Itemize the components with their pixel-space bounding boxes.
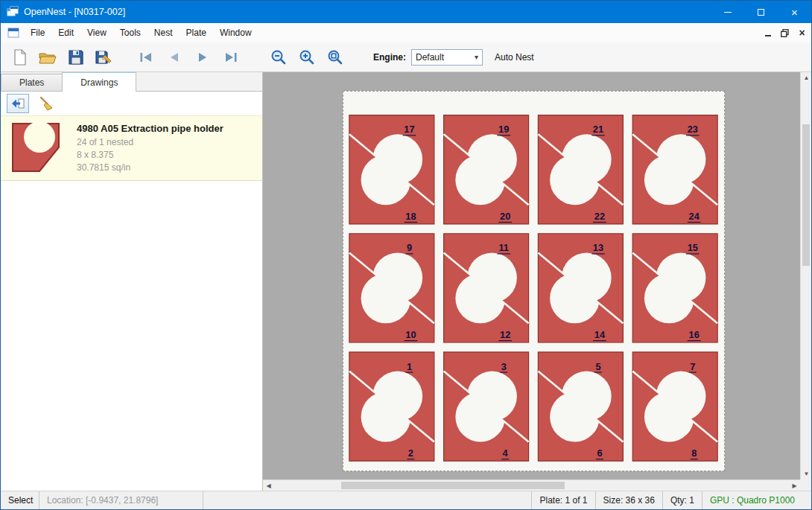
title-bar: OpenNest - [N0317-002] × (1, 1, 811, 23)
clean-button[interactable] (35, 94, 57, 113)
previous-plate-button[interactable] (162, 45, 187, 69)
nest-pair[interactable]: 1516 (632, 234, 717, 342)
scroll-right-icon[interactable]: ▶ (789, 480, 800, 491)
zoom-in-button[interactable] (294, 45, 320, 69)
scroll-up-icon[interactable]: ▲ (801, 72, 811, 83)
zoom-fit-button[interactable] (323, 45, 348, 69)
close-button[interactable]: × (778, 1, 811, 23)
mdi-minimize-button[interactable] (760, 26, 775, 40)
main-toolbar: Engine: Default ▾ Auto Nest (1, 42, 811, 72)
part-number-label: 15 (688, 242, 698, 253)
part-number-label: 11 (498, 242, 508, 253)
part-number-label: 22 (594, 211, 605, 222)
drawing-title: 4980 A05 Extraction pipe holder (77, 122, 223, 135)
menu-nest[interactable]: Nest (148, 25, 180, 41)
last-plate-button[interactable] (218, 45, 244, 69)
part-number-label: 2 (408, 447, 413, 459)
drawing-list-empty-area (1, 181, 262, 491)
mdi-restore-button[interactable] (777, 26, 793, 40)
status-plate-count: Plate: 1 of 1 (531, 491, 594, 509)
scroll-down-icon[interactable]: ▼ (801, 468, 811, 479)
part-number-label: 7 (690, 361, 695, 372)
menu-window[interactable]: Window (213, 25, 258, 41)
part-number-label: 23 (688, 124, 698, 135)
part-number-label: 18 (405, 211, 416, 222)
open-file-button[interactable] (35, 45, 60, 69)
engine-dropdown[interactable]: Default ▾ (411, 49, 483, 66)
vertical-scrollbar[interactable]: ▲ ▼ (800, 72, 811, 479)
nest-pair[interactable]: 1718 (349, 115, 434, 224)
status-mode: Select (1, 491, 39, 509)
menu-bar: File Edit View Tools Nest Plate Window × (1, 23, 811, 42)
scroll-left-icon[interactable]: ◀ (263, 480, 274, 491)
part-number-label: 20 (500, 211, 510, 222)
part-number-label: 4 (503, 447, 509, 459)
part-number-label: 3 (501, 361, 507, 372)
menu-view[interactable]: View (80, 25, 113, 41)
nest-pair[interactable]: 78 (632, 352, 717, 461)
tab-plates[interactable]: Plates (1, 74, 63, 91)
next-plate-icon (194, 48, 212, 66)
part-number-label: 1 (407, 361, 412, 372)
last-plate-icon (222, 48, 240, 66)
drawing-dimensions: 8 x 8.375 (77, 149, 223, 162)
nest-canvas-area: 171819202122232491011121314151612345678 … (263, 72, 811, 491)
maximize-button[interactable] (744, 1, 778, 23)
open-folder-icon (38, 48, 57, 66)
nest-pair[interactable]: 1314 (538, 234, 623, 342)
panel-tab-strip: Plates Drawings (1, 72, 262, 92)
status-gpu: GPU : Quadro P1000 (702, 491, 811, 509)
mdi-minimize-icon (765, 35, 771, 36)
left-panel: Plates Drawings (1, 72, 263, 491)
part-number-label: 19 (498, 124, 509, 135)
first-plate-button[interactable] (133, 45, 159, 69)
auto-nest-button[interactable]: Auto Nest (495, 52, 534, 63)
part-number-label: 24 (689, 211, 700, 222)
nest-pair[interactable]: 2324 (632, 115, 717, 224)
drawing-list-item[interactable]: 4980 A05 Extraction pipe holder 24 of 1 … (1, 115, 262, 181)
menu-tools[interactable]: Tools (113, 25, 148, 41)
menu-plate[interactable]: Plate (180, 25, 213, 41)
status-qty: Qty: 1 (662, 491, 702, 509)
broom-icon (38, 95, 54, 112)
save-button[interactable] (63, 45, 89, 69)
nest-pair[interactable]: 910 (349, 234, 434, 342)
nest-pair[interactable]: 12 (349, 352, 434, 461)
new-file-button[interactable] (7, 45, 32, 69)
mdi-close-button[interactable]: × (794, 26, 810, 40)
part-number-label: 6 (597, 447, 602, 459)
zoom-out-button[interactable] (266, 45, 291, 69)
app-icon (7, 6, 19, 18)
nest-canvas[interactable]: 171819202122232491011121314151612345678 (263, 72, 800, 479)
nest-pair[interactable]: 2122 (538, 115, 623, 224)
part-number-label: 13 (593, 242, 603, 253)
blue-arrow-left-icon (10, 97, 25, 110)
part-number-label: 8 (691, 447, 697, 459)
next-plate-button[interactable] (190, 45, 215, 69)
minimize-button[interactable] (711, 1, 744, 23)
zoom-out-icon (270, 48, 288, 66)
horizontal-scrollbar[interactable]: ◀ ▶ (263, 479, 800, 491)
zoom-in-icon (298, 48, 316, 66)
drawings-toolbar (1, 92, 262, 115)
chevron-down-icon: ▾ (475, 53, 478, 61)
save-as-button[interactable] (92, 45, 117, 69)
nest-pair[interactable]: 56 (538, 352, 623, 461)
nest-pair[interactable]: 1920 (444, 115, 529, 224)
drawing-nested-count: 24 of 1 nested (77, 136, 223, 149)
vertical-scroll-thumb[interactable] (802, 124, 810, 266)
nest-pair[interactable]: 34 (444, 352, 529, 461)
first-plate-icon (137, 48, 155, 66)
previous-plate-icon (165, 48, 183, 66)
nest-pair[interactable]: 1112 (444, 234, 529, 342)
menu-edit[interactable]: Edit (51, 25, 80, 41)
menu-file[interactable]: File (24, 25, 51, 41)
window-title: OpenNest - [N0317-002] (24, 7, 125, 17)
part-number-label: 10 (405, 329, 416, 340)
send-to-nest-button[interactable] (7, 94, 29, 113)
horizontal-scroll-thumb[interactable] (341, 482, 565, 489)
tab-drawings[interactable]: Drawings (62, 72, 136, 92)
part-number-label: 9 (407, 242, 412, 253)
status-location: Location: [-0.9437, 21.8796] (39, 491, 203, 509)
plate[interactable]: 171819202122232491011121314151612345678 (343, 91, 725, 471)
